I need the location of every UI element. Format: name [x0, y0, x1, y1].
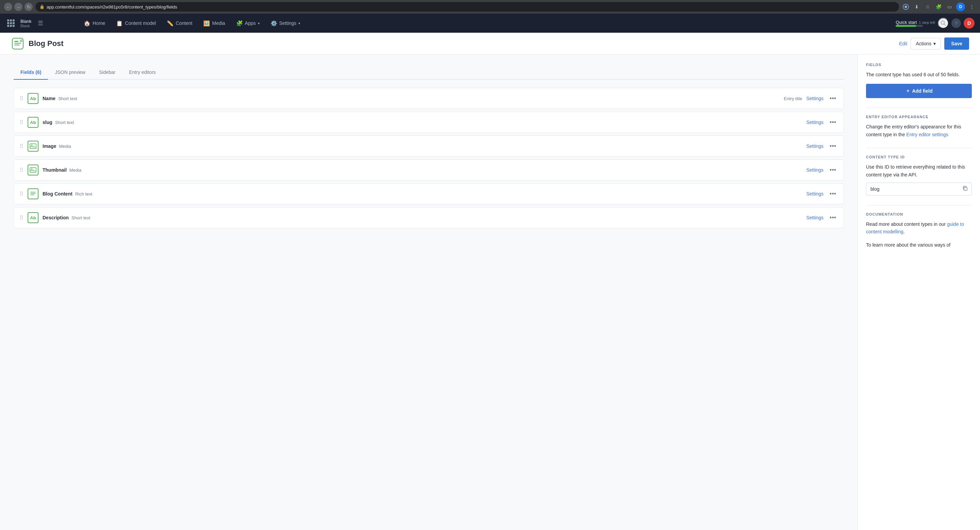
documentation-title: DOCUMENTATION [866, 212, 972, 216]
add-field-button[interactable]: ＋ Add field [866, 84, 972, 98]
field-more-thumbnail[interactable]: ••• [827, 166, 838, 174]
apps-dropdown-arrow: ▾ [258, 21, 259, 25]
divider-1 [866, 108, 972, 108]
field-right-description: Settings ••• [807, 214, 838, 222]
lock-icon: 🔒 [40, 5, 45, 9]
content-type-id-input[interactable] [866, 183, 972, 196]
nav-left: Blank Blank ☰ [5, 18, 73, 29]
nav-content-model[interactable]: 📋 Content model [111, 18, 161, 29]
field-more-name[interactable]: ••• [827, 94, 838, 103]
drag-handle-description[interactable]: ⠿ [19, 215, 24, 221]
actions-button[interactable]: Actions ▾ [911, 38, 941, 49]
field-right-image: Settings ••• [807, 142, 838, 150]
field-more-slug[interactable]: ••• [827, 118, 838, 127]
tabs: Fields (6) JSON preview Sidebar Entry ed… [14, 65, 844, 80]
field-settings-thumbnail[interactable]: Settings [807, 167, 824, 173]
drag-handle-slug[interactable]: ⠿ [19, 119, 24, 126]
nav-apps[interactable]: 🧩 Apps ▾ [231, 18, 264, 29]
field-more-blog-content[interactable]: ••• [827, 190, 838, 198]
field-right-name: Entry title Settings ••• [784, 94, 838, 103]
svg-rect-5 [14, 41, 18, 42]
content-model-icon: 📋 [116, 20, 123, 27]
field-right-thumbnail: Settings ••• [807, 166, 838, 174]
add-field-label: Add field [912, 88, 933, 94]
drag-handle-name[interactable]: ⠿ [19, 95, 24, 102]
field-icon-name: Ab [27, 93, 38, 104]
fields-section-title: FIELDS [866, 63, 972, 67]
tab-sidebar[interactable]: Sidebar [92, 65, 122, 80]
main-layout: Fields (6) JSON preview Sidebar Entry ed… [0, 54, 980, 530]
svg-line-3 [944, 24, 946, 26]
download-icon[interactable]: ⬇ [913, 3, 921, 11]
field-type-description: Short text [72, 215, 91, 220]
svg-rect-6 [14, 43, 21, 44]
nav-home-label: Home [92, 21, 105, 26]
hamburger-menu[interactable]: ☰ [36, 18, 45, 29]
nav-media[interactable]: 🖼️ Media [198, 18, 230, 29]
field-more-description[interactable]: ••• [827, 214, 838, 222]
search-button[interactable] [938, 18, 949, 29]
menu-icon[interactable]: ⋮ [968, 3, 976, 11]
field-content-slug: slug Short text [43, 120, 802, 125]
reload-button[interactable]: ↻ [24, 3, 33, 11]
field-icon-slug: Ab [27, 117, 38, 128]
chrome-icon[interactable] [902, 3, 910, 11]
help-button[interactable]: ? [951, 18, 961, 28]
nav-right: Quick start 1 step left ? D [896, 18, 975, 29]
page-header: Blog Post Edit Actions ▾ Save [0, 33, 980, 54]
nav-settings[interactable]: ⚙️ Settings ▾ [266, 18, 305, 29]
profile-icon[interactable]: ▭ [945, 3, 953, 11]
field-row-slug: ⠿ Ab slug Short text Settings ••• [14, 112, 844, 133]
content-type-icon [11, 37, 24, 50]
actions-label: Actions [916, 41, 931, 46]
content-icon: ✏️ [167, 20, 173, 27]
tab-json-preview[interactable]: JSON preview [48, 65, 92, 80]
field-type-thumbnail: Media [69, 168, 81, 173]
nav-apps-label: Apps [245, 21, 256, 26]
field-settings-description[interactable]: Settings [807, 215, 824, 220]
field-settings-blog-content[interactable]: Settings [807, 191, 824, 196]
edit-link[interactable]: Edit [899, 41, 907, 46]
entry-editor-settings-link[interactable]: Entry editor settings [906, 132, 948, 137]
user-avatar-nav[interactable]: D [964, 18, 975, 29]
drag-handle-image[interactable]: ⠿ [19, 143, 24, 150]
tab-entry-editors[interactable]: Entry editors [122, 65, 163, 80]
user-avatar-browser[interactable]: D [956, 2, 965, 11]
tab-fields[interactable]: Fields (6) [14, 65, 48, 80]
field-settings-image[interactable]: Settings [807, 144, 824, 149]
field-row-image: ⠿ Image Media Settings ••• [14, 136, 844, 157]
field-settings-slug[interactable]: Settings [807, 120, 824, 125]
home-icon: 🏠 [84, 20, 91, 27]
extensions-icon[interactable]: 🧩 [934, 3, 943, 11]
field-content-blog-content: Blog Content Rich text [43, 191, 802, 196]
save-button[interactable]: Save [944, 37, 969, 50]
address-bar[interactable]: 🔒 app.contentful.com/spaces/ri2w981po5r8… [35, 2, 899, 11]
documentation-section: DOCUMENTATION Read more about content ty… [866, 212, 972, 249]
back-button[interactable]: ← [4, 3, 12, 11]
field-content-description: Description Short text [43, 215, 802, 220]
browser-icons: ⬇ ☆ 🧩 ▭ D ⋮ [902, 2, 976, 11]
nav-settings-label: Settings [279, 21, 297, 26]
bookmark-icon[interactable]: ☆ [924, 3, 932, 11]
copy-id-button[interactable] [961, 184, 969, 194]
nav-content-label: Content [176, 21, 192, 26]
content-type-id-section: CONTENT TYPE ID Use this ID to retrieve … [866, 155, 972, 196]
nav-links: 🏠 Home 📋 Content model ✏️ Content 🖼️ Med… [73, 18, 896, 29]
drag-handle-thumbnail[interactable]: ⠿ [19, 167, 24, 173]
field-name-name: Name [43, 96, 56, 101]
field-name-blog-content: Blog Content [43, 191, 73, 196]
actions-chevron-icon: ▾ [933, 41, 936, 46]
drag-handle-blog-content[interactable]: ⠿ [19, 191, 24, 197]
forward-button[interactable]: → [14, 3, 22, 11]
settings-dropdown-arrow: ▾ [298, 21, 300, 25]
apps-grid-button[interactable] [5, 18, 16, 29]
org-info: Blank Blank [21, 19, 32, 28]
content-type-id-title: CONTENT TYPE ID [866, 155, 972, 159]
field-more-image[interactable]: ••• [827, 142, 838, 150]
field-type-blog-content: Rich text [75, 192, 92, 196]
nav-home[interactable]: 🏠 Home [79, 18, 110, 29]
nav-content[interactable]: ✏️ Content [162, 18, 197, 29]
field-settings-name[interactable]: Settings [807, 96, 824, 101]
space-name: Blank [21, 24, 32, 28]
org-name: Blank [21, 19, 32, 24]
